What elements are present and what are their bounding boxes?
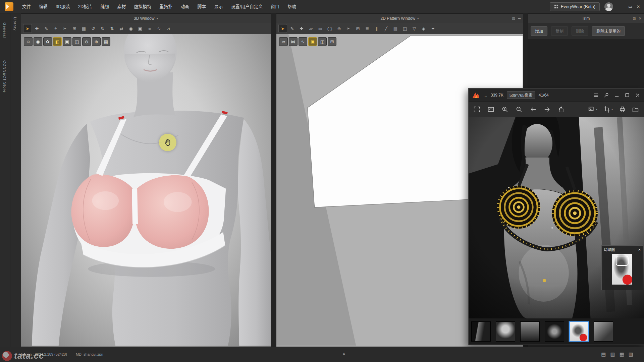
tool-undo-icon[interactable]: ↺ [89, 24, 98, 33]
trim-delete-button[interactable]: 删除 [572, 26, 588, 36]
thumbnail-4[interactable] [545, 321, 564, 342]
trim-titlebar[interactable]: Trim ⊡ ✕ [528, 14, 644, 23]
toggle-grid-icon[interactable]: ▦ [102, 37, 110, 46]
close-icon[interactable]: ✕ [636, 4, 641, 9]
dock-float-icon[interactable]: ⊡ [633, 16, 636, 21]
zoom-in-icon[interactable] [501, 106, 508, 113]
dock-close-icon[interactable]: ✕ [639, 16, 642, 21]
toggle-outline-icon[interactable]: ▱ [279, 37, 288, 46]
toggle-sewing-icon[interactable]: ⋈ [289, 37, 298, 46]
close-icon[interactable] [635, 93, 640, 98]
trim-delete-unused-button[interactable]: 删除未使用的 [592, 26, 625, 36]
menu-3d-garment[interactable]: 3D服装 [52, 0, 74, 13]
tool-sync-icon[interactable]: ⇄ [117, 24, 126, 33]
tool-redo-icon[interactable]: ↻ [98, 24, 107, 33]
menu-settings[interactable]: 设置/用户自定义 [227, 0, 267, 13]
toggle-basesize-icon[interactable]: ◫ [318, 37, 327, 46]
tool-transform-pattern-icon[interactable]: ➤ [278, 24, 287, 33]
chevron-down-icon[interactable]: ▾ [611, 108, 613, 111]
minimize-icon[interactable]: – [620, 4, 625, 9]
thumbnail-5-selected[interactable] [569, 321, 589, 342]
2d-window-titlebar[interactable]: 2D Pattern Window ▾ ⊡ ➡ [276, 14, 523, 23]
toggle-hair-icon[interactable]: ◉ [34, 37, 42, 46]
toggle-gizmo-icon[interactable]: ⊙ [82, 37, 91, 46]
viewer-menu-dots[interactable]: … [483, 93, 487, 98]
toggle-tape-icon[interactable]: ⊕ [92, 37, 101, 46]
menu-display[interactable]: 显示 [210, 0, 227, 13]
toggle-layout-icon[interactable]: ⊞ [328, 37, 336, 46]
tool-slash-icon[interactable]: ╱ [382, 24, 390, 33]
minimize-icon[interactable] [614, 93, 620, 98]
zoom-out-icon[interactable] [516, 106, 523, 113]
tool-updown-icon[interactable]: ⇅ [108, 24, 116, 33]
thumbnail-2[interactable] [496, 321, 515, 342]
menu-material[interactable]: 素材 [113, 0, 130, 13]
menu-avatar[interactable]: 虚拟模特 [130, 0, 155, 13]
next-image-icon[interactable] [544, 106, 551, 113]
3d-viewport[interactable]: ☺ ◉ ✿ ◧ ▣ ◫ ⊙ ⊕ ▦ [21, 34, 271, 347]
menu-script[interactable]: 脚本 [193, 0, 210, 13]
tool-circle-icon[interactable]: ◯ [325, 24, 334, 33]
dock-float-icon[interactable]: ⊡ [512, 16, 515, 21]
tool-select-move-icon[interactable]: ➤ [23, 24, 32, 33]
maximize-icon[interactable] [625, 93, 630, 98]
pin-icon[interactable] [604, 93, 609, 98]
tab-general[interactable]: General [3, 22, 7, 38]
layout-4-icon[interactable]: ▧ [629, 351, 633, 357]
menu-help[interactable]: 帮助 [283, 0, 300, 13]
layout-1-icon[interactable]: ▤ [601, 351, 606, 357]
save-folder-icon[interactable] [632, 106, 639, 113]
tool-edit-pin-icon[interactable]: ✎ [42, 24, 51, 33]
tab-connect-store[interactable]: CONNECT Store [3, 60, 7, 93]
chevron-down-icon[interactable]: ▾ [156, 17, 158, 20]
toggle-shoes-icon[interactable]: ✿ [43, 37, 52, 46]
tool-pin-icon[interactable]: ⌖ [51, 24, 60, 33]
menu-animation[interactable]: 动画 [176, 0, 193, 13]
menu-file[interactable]: 文件 [18, 0, 35, 13]
tool-wave-icon[interactable]: ∿ [155, 24, 163, 33]
tool-seam-icon[interactable]: ≣ [363, 24, 372, 33]
toggle-garment-icon[interactable]: ◧ [53, 37, 62, 46]
trim-copy-button[interactable]: 复制 [551, 26, 568, 36]
thumbnail-3[interactable] [520, 321, 540, 342]
adjust-image-icon[interactable] [588, 106, 595, 113]
menu-sewing[interactable]: 缝纫 [96, 0, 113, 13]
toggle-avatar-icon[interactable]: ☺ [24, 37, 33, 46]
3d-window-titlebar[interactable]: 3D Window ▾ [21, 14, 271, 23]
previous-image-icon[interactable] [530, 106, 537, 113]
tool-sewing-icon[interactable]: ✂ [61, 24, 69, 33]
collapse-panel-icon[interactable]: ▲ [342, 351, 346, 355]
chevron-down-icon[interactable]: ▾ [596, 108, 597, 111]
app-logo-icon[interactable] [5, 2, 13, 11]
tool-hatch-icon[interactable]: ▤ [391, 24, 400, 33]
menu-retopo[interactable]: 重拓扑 [155, 0, 176, 13]
toggle-fitmap-icon[interactable]: ▣ [63, 37, 71, 46]
tool-transform-icon[interactable]: ✚ [33, 24, 41, 33]
fullscreen-icon[interactable] [473, 106, 480, 113]
dock-arrow-icon[interactable]: ➡ [518, 16, 521, 21]
birdseye-thumbnail[interactable] [612, 254, 632, 285]
menu-window[interactable]: 窗口 [267, 0, 283, 13]
hamburger-menu-icon[interactable] [593, 93, 599, 98]
tool-trace-icon[interactable]: ✂ [344, 24, 353, 33]
crop-icon[interactable] [603, 106, 610, 113]
tool-grid-icon[interactable]: ⊞ [354, 24, 362, 33]
menu-2d-pattern[interactable]: 2D板片 [74, 0, 97, 13]
thumbnail-6[interactable] [594, 321, 613, 342]
tool-fabric-icon[interactable]: ▦ [79, 24, 88, 33]
tool-notch-icon[interactable]: ▽ [410, 24, 419, 33]
trim-add-button[interactable]: 增加 [531, 26, 547, 36]
layout-2-icon[interactable]: ▥ [610, 351, 615, 357]
thumbnail-1[interactable] [471, 321, 491, 342]
fit-screen-icon[interactable] [487, 106, 494, 113]
tool-polygon-icon[interactable]: ▱ [307, 24, 315, 33]
rotate-icon[interactable] [558, 106, 565, 113]
user-avatar[interactable] [604, 2, 613, 11]
birdseye-view-rect[interactable] [616, 256, 629, 266]
tool-diamond-icon[interactable]: ◈ [419, 24, 428, 33]
viewer-image-area[interactable]: 鸟瞰图 × [469, 117, 644, 318]
menu-edit[interactable]: 编辑 [35, 0, 52, 13]
everywear-button[interactable]: EveryWear (Beta) [550, 2, 600, 11]
chevron-down-icon[interactable]: ▾ [417, 17, 419, 20]
tool-layers-icon[interactable]: ≡ [145, 24, 154, 33]
